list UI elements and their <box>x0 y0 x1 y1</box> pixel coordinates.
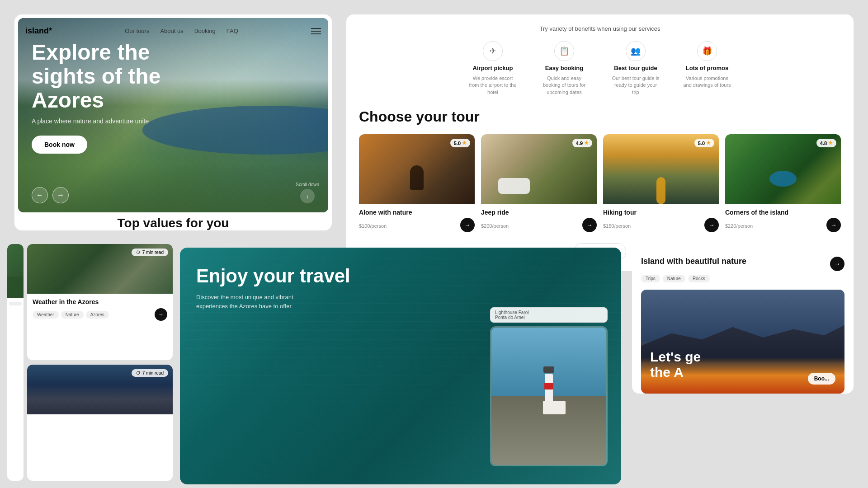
blog-card-weather: ⏱ 7 min read Weather in the Azores Weath… <box>27 244 173 360</box>
brand-logo: island* <box>25 26 52 36</box>
right-tags: Trips Nature Rocks <box>641 275 844 282</box>
airport-icon: ✈ <box>483 41 503 61</box>
blog-card-2: ⏱ 7 min read <box>27 365 173 481</box>
tag-azores: Azores <box>86 311 109 319</box>
next-slide-button[interactable]: → <box>52 187 69 203</box>
tour-img-alone: 5.0 ★ <box>359 134 475 204</box>
tour-rating-hiking: 5.0 ★ <box>694 139 714 147</box>
tour-img-corners: 4.8 ★ <box>725 134 841 204</box>
nav-link-booking[interactable]: Booking <box>194 28 216 34</box>
lighthouse-label: Lighthouse Farol Ponta do Arnel <box>490 307 608 323</box>
blog-arrow-weather[interactable]: → <box>155 308 167 321</box>
nav-link-faq[interactable]: FAQ <box>226 28 238 34</box>
tour-arrow-jeep[interactable]: → <box>582 218 597 232</box>
tour-card-hiking: 5.0 ★ Hiking tour $150/person → <box>603 134 719 234</box>
read-time-badge-2: ⏱ 7 min read <box>132 369 168 377</box>
benefits-heading: Try variety of benefits when using our s… <box>359 25 841 32</box>
star-icon: ★ <box>828 140 833 146</box>
tours-section-title: Choose your tour <box>359 108 841 125</box>
benefit-guide: 👥 Best tour guide Our best tour guide is… <box>611 41 660 96</box>
tag-trips: Trips <box>641 275 660 282</box>
hero-subtitle: A place where nature and adventure unite <box>32 117 190 125</box>
tag-nature: Nature <box>61 311 84 319</box>
tours-grid: 5.0 ★ Alone with nature $100/person → <box>359 134 841 234</box>
tour-rating-alone: 5.0 ★ <box>450 139 470 147</box>
tag-nature-right: Nature <box>663 275 685 282</box>
guide-icon: 👥 <box>626 41 646 61</box>
star-icon: ★ <box>584 140 589 146</box>
tag-weather: Weather <box>33 311 59 319</box>
tour-rating-jeep: 4.9 ★ <box>572 139 592 147</box>
tour-rating-corners: 4.8 ★ <box>816 139 836 147</box>
nav-link-about[interactable]: About us <box>160 28 183 34</box>
right-img-text: Let's ge the A <box>650 349 701 380</box>
blog-img-2: ⏱ 7 min read <box>27 365 173 414</box>
top-right-panel: Try variety of benefits when using our s… <box>346 14 854 271</box>
travel-desc: Discover the most unique and vibrant exp… <box>196 293 314 310</box>
prev-slide-button[interactable]: ← <box>32 187 48 203</box>
right-hero-image: Let's ge the A Boo... <box>641 290 844 394</box>
blog-img-weather: ⏱ 7 min read <box>27 244 173 294</box>
nav-link-tours[interactable]: Our tours <box>125 28 149 34</box>
right-panel: Island with beautiful nature → Trips Nat… <box>632 248 854 394</box>
blog-title-weather: Weather in the Azores <box>33 298 167 305</box>
read-time-badge: ⏱ 7 min read <box>132 249 168 256</box>
benefit-airport: ✈ Airport pickup We provide escort from … <box>468 41 518 96</box>
booking-icon: 📋 <box>554 41 574 61</box>
tour-card-corners: 4.8 ★ Corners of the island $220/person … <box>725 134 841 234</box>
hamburger-menu-icon[interactable] <box>311 28 321 34</box>
hero-content: Explore the sights of the Azores A place… <box>32 41 190 154</box>
travel-panel: Enjoy your travel Discover the most uniq… <box>180 248 621 484</box>
travel-title: Enjoy your travel <box>196 266 605 286</box>
tour-img-jeep: 4.9 ★ <box>481 134 597 204</box>
right-arrow-button[interactable]: → <box>830 257 844 271</box>
hero-image: Explore the sights of the Azores A place… <box>18 18 328 212</box>
tour-img-hiking: 5.0 ★ <box>603 134 719 204</box>
benefits-grid: ✈ Airport pickup We provide escort from … <box>359 41 841 96</box>
benefit-booking: 📋 Easy booking Quick and easy booking of… <box>539 41 589 96</box>
hero-title: Explore the sights of the Azores <box>32 41 190 112</box>
tour-card-jeep: 4.9 ★ Jeep ride $200/person → <box>481 134 597 234</box>
top-values-label: Top values for you <box>14 216 332 230</box>
tour-card-alone: 5.0 ★ Alone with nature $100/person → <box>359 134 475 234</box>
hero-navigation: ← → <box>32 187 69 203</box>
tag-rocks: Rocks <box>688 275 710 282</box>
book-now-button[interactable]: Book now <box>32 136 87 154</box>
nav-links: Our tours About us Booking FAQ <box>125 28 238 34</box>
tour-arrow-corners[interactable]: → <box>826 218 841 232</box>
tour-arrow-alone[interactable]: → <box>460 218 475 232</box>
lighthouse-area: Lighthouse Farol Ponta do Arnel <box>490 307 608 466</box>
star-icon: ★ <box>706 140 711 146</box>
blog-tags-weather: Weather Nature Azores → <box>33 308 167 321</box>
scroll-down-indicator: Scroll down ↓ <box>296 182 319 203</box>
right-img-cta[interactable]: Boo... <box>808 373 835 385</box>
tour-arrow-hiking[interactable]: → <box>704 218 719 232</box>
benefit-promos: 🎁 Lots of promos Various promotions and … <box>682 41 732 96</box>
right-panel-title: Island with beautiful nature <box>641 257 746 266</box>
promos-icon: 🎁 <box>697 41 717 61</box>
navbar: island* Our tours About us Booking FAQ <box>14 26 332 36</box>
star-icon: ★ <box>462 140 467 146</box>
